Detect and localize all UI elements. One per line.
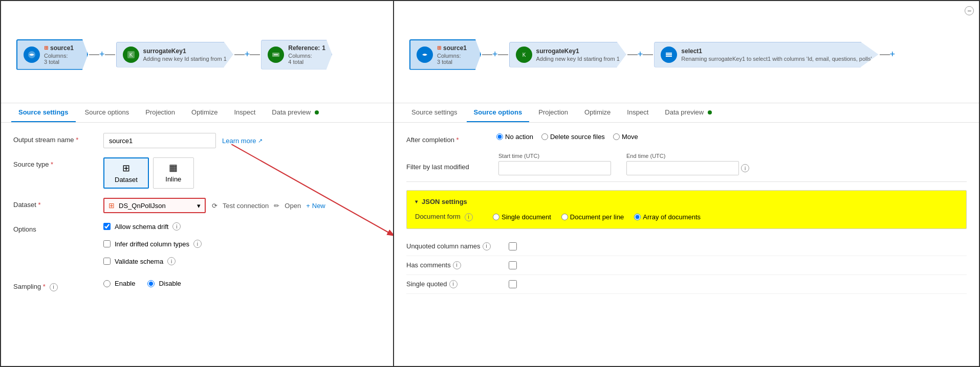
svg-rect-10 bbox=[666, 56, 672, 57]
plus-icon: + bbox=[306, 202, 310, 210]
left-form-area: Output stream name * Learn more ↗ Source… bbox=[1, 123, 393, 366]
right-select1-node[interactable]: select1 Renaming surrogateKey1 to select… bbox=[654, 42, 878, 67]
right-select1-box[interactable]: select1 Renaming surrogateKey1 to select… bbox=[654, 42, 878, 67]
single-quoted-checkbox[interactable] bbox=[509, 280, 517, 288]
right-add-plus-1[interactable]: + bbox=[492, 49, 498, 60]
left-panel: ⊞ source1 Columns: 3 total + bbox=[0, 0, 394, 367]
document-form-label: Document form i bbox=[415, 213, 487, 221]
add-step-plus-1[interactable]: + bbox=[99, 49, 105, 60]
after-completion-label: After completion * bbox=[406, 133, 488, 144]
end-time-input[interactable] bbox=[626, 161, 739, 175]
tab-data-preview-left[interactable]: Data preview bbox=[265, 103, 326, 122]
right-surrogate-box[interactable]: K surrogateKey1 Adding new key Id starti… bbox=[509, 42, 626, 67]
json-settings-header[interactable]: ▾ JSON settings bbox=[415, 198, 958, 205]
right-panel: − ⊞ source1 Columns: 3 total bbox=[394, 0, 980, 367]
right-surrogate-text: surrogateKey1 Adding new key Id starting… bbox=[536, 48, 620, 62]
open-link[interactable]: Open bbox=[285, 202, 301, 210]
test-connection-link[interactable]: Test connection bbox=[223, 202, 269, 210]
end-time-label: End time (UTC) bbox=[626, 153, 749, 159]
required-star-1: * bbox=[76, 136, 78, 144]
document-per-line-radio[interactable] bbox=[561, 214, 568, 220]
array-of-documents-radio[interactable] bbox=[634, 214, 641, 220]
source-type-row: Source type * ⊞ Dataset ▦ Inline bbox=[13, 157, 381, 189]
source1-type-icon: ⊞ bbox=[44, 45, 48, 51]
sampling-disable-radio[interactable] bbox=[147, 280, 155, 287]
source1-box[interactable]: ⊞ source1 Columns: 3 total bbox=[16, 39, 88, 70]
right-source1-node[interactable]: ⊞ source1 Columns: 3 total bbox=[409, 39, 481, 70]
source1-text: ⊞ source1 Columns: 3 total bbox=[44, 44, 74, 65]
left-reference-node[interactable]: Reference: 1 Columns: 4 total bbox=[261, 40, 332, 70]
no-action-radio[interactable] bbox=[496, 133, 503, 140]
has-comments-info-icon[interactable]: i bbox=[453, 261, 461, 269]
add-step-plus-2[interactable]: + bbox=[245, 49, 250, 60]
reference-text: Reference: 1 Columns: 4 total bbox=[288, 44, 325, 65]
validate-schema-info-icon[interactable]: i bbox=[167, 257, 176, 265]
tab-projection-left[interactable]: Projection bbox=[138, 103, 182, 122]
reference-box[interactable]: Reference: 1 Columns: 4 total bbox=[261, 40, 332, 70]
tab-projection-right[interactable]: Projection bbox=[531, 103, 575, 122]
document-form-info-icon[interactable]: i bbox=[465, 213, 473, 221]
tab-inspect-left[interactable]: Inspect bbox=[227, 103, 263, 122]
output-stream-name-input[interactable] bbox=[103, 133, 216, 148]
tab-optimize-left[interactable]: Optimize bbox=[184, 103, 225, 122]
infer-drifted-info-icon[interactable]: i bbox=[193, 240, 202, 248]
tab-source-settings-left[interactable]: Source settings bbox=[11, 103, 76, 122]
left-surrogate-node[interactable]: K surrogateKey1 Adding new key Id starti… bbox=[116, 42, 233, 67]
right-source1-box[interactable]: ⊞ source1 Columns: 3 total bbox=[409, 39, 481, 70]
right-conn-line-1 bbox=[482, 54, 492, 55]
tab-source-settings-right[interactable]: Source settings bbox=[404, 103, 465, 122]
unquoted-info-icon[interactable]: i bbox=[483, 242, 491, 250]
tab-optimize-right[interactable]: Optimize bbox=[577, 103, 618, 122]
output-stream-controls: Learn more ↗ bbox=[103, 133, 381, 148]
dataset-dropdown[interactable]: ⊞ DS_QnPollJson ▾ bbox=[103, 198, 206, 213]
reference-icon bbox=[268, 47, 284, 63]
surrogate-box[interactable]: K surrogateKey1 Adding new key Id starti… bbox=[116, 42, 233, 67]
tab-data-preview-right[interactable]: Data preview bbox=[658, 103, 719, 122]
sampling-enable-radio[interactable] bbox=[103, 280, 111, 287]
learn-more-link[interactable]: Learn more ↗ bbox=[222, 137, 263, 145]
tab-source-options-right[interactable]: Source options bbox=[467, 103, 530, 122]
options-controls: Allow schema drift i Infer drifted colum… bbox=[103, 222, 381, 270]
right-conn-line-5 bbox=[880, 54, 890, 55]
right-select1-title: select1 bbox=[681, 48, 872, 55]
dataset-icon: ⊞ bbox=[108, 201, 115, 210]
allow-schema-drift-info-icon[interactable]: i bbox=[172, 222, 181, 231]
infer-drifted-checkbox[interactable] bbox=[103, 240, 111, 247]
dataset-button[interactable]: ⊞ Dataset bbox=[103, 157, 149, 189]
start-time-input[interactable] bbox=[498, 161, 611, 175]
json-settings-section: ▾ JSON settings Document form i Single d… bbox=[406, 190, 967, 229]
new-link[interactable]: + New bbox=[306, 202, 325, 210]
single-quoted-info-icon[interactable]: i bbox=[449, 280, 458, 288]
end-time-info-icon[interactable]: i bbox=[741, 164, 749, 172]
right-connector-2: + bbox=[627, 49, 654, 60]
delete-source-radio[interactable] bbox=[541, 133, 548, 140]
validate-schema-row: Validate schema i bbox=[103, 257, 176, 265]
right-add-plus-3[interactable]: + bbox=[890, 49, 896, 60]
document-per-line-option: Document per line bbox=[561, 213, 624, 221]
tab-source-options-left[interactable]: Source options bbox=[78, 103, 137, 122]
right-connector-1: + bbox=[482, 49, 508, 60]
single-document-radio[interactable] bbox=[493, 214, 499, 220]
source1-icon bbox=[24, 47, 40, 63]
tab-inspect-right[interactable]: Inspect bbox=[620, 103, 656, 122]
right-add-plus-2[interactable]: + bbox=[638, 49, 643, 60]
allow-schema-drift-checkbox[interactable] bbox=[103, 223, 111, 230]
source-type-controls: ⊞ Dataset ▦ Inline bbox=[103, 157, 381, 189]
collapse-button[interactable]: − bbox=[965, 6, 974, 15]
sampling-info-icon[interactable]: i bbox=[50, 283, 58, 291]
after-completion-radio-group: No action Delete source files Move bbox=[496, 133, 638, 141]
sampling-controls: Enable Disable bbox=[103, 280, 381, 287]
right-surrogate-node[interactable]: K surrogateKey1 Adding new key Id starti… bbox=[509, 42, 626, 67]
sampling-row: Sampling * i Enable Disable bbox=[13, 280, 381, 291]
surrogate-title: surrogateKey1 bbox=[143, 48, 227, 55]
unquoted-column-names-checkbox[interactable] bbox=[509, 242, 517, 250]
validate-schema-checkbox[interactable] bbox=[103, 258, 111, 265]
has-comments-checkbox[interactable] bbox=[509, 261, 517, 269]
right-source1-text: ⊞ source1 Columns: 3 total bbox=[437, 44, 467, 65]
left-source1-node[interactable]: ⊞ source1 Columns: 3 total bbox=[16, 39, 88, 70]
inline-button[interactable]: ▦ Inline bbox=[153, 157, 194, 189]
dropdown-chevron-icon: ▾ bbox=[197, 202, 201, 210]
surrogate-text: surrogateKey1 Adding new key Id starting… bbox=[143, 48, 227, 62]
unquoted-column-names-label: Unquoted column names i bbox=[406, 242, 509, 250]
move-radio[interactable] bbox=[613, 133, 620, 140]
